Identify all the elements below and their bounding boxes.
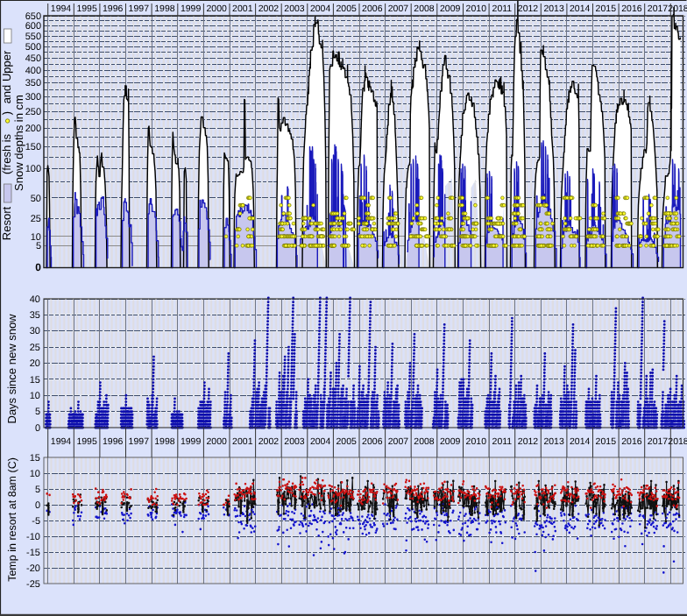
svg-text:-5: -5 <box>32 516 40 527</box>
svg-text:200: 200 <box>25 124 41 134</box>
svg-text:1994: 1994 <box>51 4 72 14</box>
svg-text:20: 20 <box>30 358 40 369</box>
svg-text:0: 0 <box>35 261 41 273</box>
svg-text:2018: 2018 <box>668 4 687 14</box>
svg-text:100: 100 <box>25 164 41 174</box>
svg-text:2018: 2018 <box>668 436 687 447</box>
svg-text:600: 600 <box>25 21 41 32</box>
svg-text:-10: -10 <box>26 532 40 542</box>
svg-text:1997: 1997 <box>129 436 150 447</box>
svg-text:350: 350 <box>25 78 41 89</box>
svg-text:1996: 1996 <box>103 4 124 14</box>
svg-text:35: 35 <box>30 310 40 321</box>
svg-text:1997: 1997 <box>129 4 150 14</box>
svg-text:Temp in resort at 8am (C): Temp in resort at 8am (C) <box>6 457 18 582</box>
svg-text:650: 650 <box>25 11 41 22</box>
svg-text:2008: 2008 <box>414 436 435 447</box>
svg-text:2011: 2011 <box>492 436 513 447</box>
svg-text:2006: 2006 <box>362 4 383 14</box>
svg-text:2014: 2014 <box>570 436 591 447</box>
svg-text:2012: 2012 <box>518 436 539 447</box>
svg-text:2015: 2015 <box>596 436 617 447</box>
svg-text:500: 500 <box>25 42 41 53</box>
svg-text:2014: 2014 <box>570 4 591 14</box>
svg-text:Resort: Resort <box>0 206 13 240</box>
svg-text:2005: 2005 <box>336 436 358 447</box>
svg-text:15: 15 <box>30 375 40 386</box>
svg-text:2003: 2003 <box>284 4 305 14</box>
svg-text:10: 10 <box>30 391 40 401</box>
svg-text:1994: 1994 <box>51 436 72 447</box>
svg-text:2004: 2004 <box>310 436 331 447</box>
svg-text:2007: 2007 <box>388 4 409 14</box>
svg-text:1995: 1995 <box>76 436 97 447</box>
svg-text:400: 400 <box>25 66 41 76</box>
svg-text:15: 15 <box>30 453 40 464</box>
svg-text:5: 5 <box>36 241 41 251</box>
svg-text:5: 5 <box>35 485 40 495</box>
svg-text:2004: 2004 <box>310 4 331 14</box>
svg-text:2010: 2010 <box>466 4 487 14</box>
svg-text:Snow depths in cm: Snow depths in cm <box>12 95 25 191</box>
svg-text:25: 25 <box>31 214 41 224</box>
svg-text:10: 10 <box>30 469 40 479</box>
svg-text:2017: 2017 <box>648 4 669 14</box>
svg-text:2002: 2002 <box>259 4 280 14</box>
svg-text:1999: 1999 <box>181 436 202 447</box>
svg-text:2017: 2017 <box>648 436 669 447</box>
svg-text:300: 300 <box>25 92 41 103</box>
svg-text:250: 250 <box>25 107 41 117</box>
svg-text:(fresh is: (fresh is <box>0 133 13 174</box>
svg-text:1998: 1998 <box>154 4 175 14</box>
svg-text:1996: 1996 <box>103 436 124 447</box>
svg-text:2013: 2013 <box>543 4 564 14</box>
svg-text:150: 150 <box>25 142 41 152</box>
svg-text:450: 450 <box>25 53 41 64</box>
svg-text:2001: 2001 <box>232 4 253 14</box>
svg-text:2009: 2009 <box>440 436 461 447</box>
svg-text:2005: 2005 <box>336 4 358 14</box>
svg-text:Days since new snow: Days since new snow <box>5 314 18 424</box>
svg-text:2009: 2009 <box>440 4 461 14</box>
svg-text:0: 0 <box>35 423 40 434</box>
svg-text:2003: 2003 <box>284 436 305 447</box>
svg-text:40: 40 <box>30 294 40 305</box>
svg-text:-15: -15 <box>26 548 40 558</box>
svg-text:and Upper: and Upper <box>0 50 13 103</box>
svg-text:2010: 2010 <box>466 436 487 447</box>
svg-text:550: 550 <box>25 32 41 42</box>
svg-text:2007: 2007 <box>388 436 409 447</box>
svg-text:2016: 2016 <box>621 4 642 14</box>
svg-text:2011: 2011 <box>492 4 513 14</box>
svg-text:): ) <box>0 111 13 115</box>
svg-text:2002: 2002 <box>259 436 280 447</box>
svg-text:2001: 2001 <box>232 436 253 447</box>
svg-text:2006: 2006 <box>362 436 383 447</box>
svg-text:2000: 2000 <box>207 4 228 14</box>
svg-text:2016: 2016 <box>621 436 642 447</box>
svg-text:1998: 1998 <box>154 436 175 447</box>
svg-text:2015: 2015 <box>596 4 617 14</box>
svg-text:-20: -20 <box>26 563 40 574</box>
svg-text:2012: 2012 <box>518 4 539 14</box>
svg-text:5: 5 <box>35 407 40 417</box>
svg-text:2000: 2000 <box>207 436 228 447</box>
svg-text:30: 30 <box>30 326 40 336</box>
svg-text:2013: 2013 <box>543 436 564 447</box>
svg-text:1995: 1995 <box>76 4 97 14</box>
svg-text:2008: 2008 <box>414 4 435 14</box>
svg-text:-25: -25 <box>26 579 40 590</box>
svg-text:1999: 1999 <box>181 4 202 14</box>
svg-text:25: 25 <box>30 343 40 353</box>
svg-text:0: 0 <box>35 500 40 511</box>
svg-text:50: 50 <box>31 194 41 204</box>
